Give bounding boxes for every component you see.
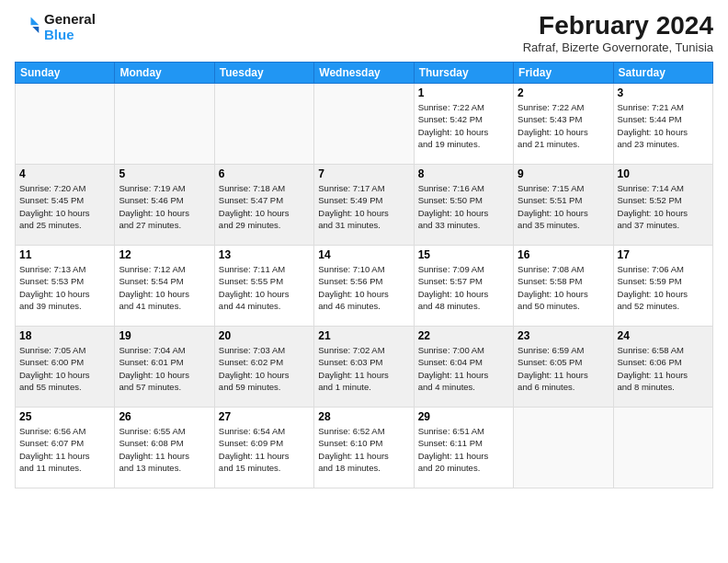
day-number: 1 bbox=[418, 86, 509, 99]
day-number: 17 bbox=[618, 248, 709, 261]
calendar-day bbox=[314, 84, 414, 165]
svg-marker-0 bbox=[31, 17, 40, 26]
calendar-day: 21Sunrise: 7:02 AM Sunset: 6:03 PM Dayli… bbox=[314, 327, 414, 408]
calendar-day: 11Sunrise: 7:13 AM Sunset: 5:53 PM Dayli… bbox=[16, 246, 115, 327]
day-info: Sunrise: 7:03 AM Sunset: 6:02 PM Dayligh… bbox=[219, 344, 310, 393]
calendar-day bbox=[214, 84, 313, 165]
day-info: Sunrise: 7:05 AM Sunset: 6:00 PM Dayligh… bbox=[19, 344, 110, 393]
calendar-day: 7Sunrise: 7:17 AM Sunset: 5:49 PM Daylig… bbox=[314, 165, 414, 246]
weekday-header: Wednesday bbox=[314, 63, 414, 84]
day-info: Sunrise: 7:20 AM Sunset: 5:45 PM Dayligh… bbox=[19, 182, 110, 231]
day-info: Sunrise: 7:11 AM Sunset: 5:55 PM Dayligh… bbox=[219, 263, 310, 312]
header: General Blue February 2024 Rafraf, Bizer… bbox=[15, 11, 713, 54]
day-info: Sunrise: 7:22 AM Sunset: 5:42 PM Dayligh… bbox=[418, 101, 509, 150]
day-number: 9 bbox=[518, 167, 609, 180]
day-info: Sunrise: 6:54 AM Sunset: 6:09 PM Dayligh… bbox=[219, 425, 310, 474]
day-number: 20 bbox=[219, 329, 310, 342]
calendar-day bbox=[514, 408, 613, 488]
day-number: 23 bbox=[518, 329, 609, 342]
calendar-day: 12Sunrise: 7:12 AM Sunset: 5:54 PM Dayli… bbox=[115, 246, 214, 327]
title-block: February 2024 Rafraf, Bizerte Governorat… bbox=[523, 11, 713, 54]
day-info: Sunrise: 7:15 AM Sunset: 5:51 PM Dayligh… bbox=[518, 182, 609, 231]
calendar-week-row: 1Sunrise: 7:22 AM Sunset: 5:42 PM Daylig… bbox=[16, 84, 713, 165]
calendar-day: 18Sunrise: 7:05 AM Sunset: 6:00 PM Dayli… bbox=[16, 327, 115, 408]
day-number: 6 bbox=[219, 167, 310, 180]
day-number: 14 bbox=[318, 248, 409, 261]
weekday-header: Monday bbox=[115, 63, 214, 84]
calendar-day: 10Sunrise: 7:14 AM Sunset: 5:52 PM Dayli… bbox=[613, 165, 712, 246]
calendar-day bbox=[613, 408, 712, 488]
day-number: 16 bbox=[518, 248, 609, 261]
day-number: 13 bbox=[219, 248, 310, 261]
day-number: 19 bbox=[119, 329, 210, 342]
calendar-day: 19Sunrise: 7:04 AM Sunset: 6:01 PM Dayli… bbox=[115, 327, 214, 408]
logo-icon bbox=[15, 14, 40, 40]
day-number: 7 bbox=[318, 167, 409, 180]
day-info: Sunrise: 7:02 AM Sunset: 6:03 PM Dayligh… bbox=[318, 344, 409, 393]
calendar-day: 28Sunrise: 6:52 AM Sunset: 6:10 PM Dayli… bbox=[314, 408, 414, 488]
day-number: 27 bbox=[219, 410, 310, 423]
day-info: Sunrise: 6:55 AM Sunset: 6:08 PM Dayligh… bbox=[119, 425, 210, 474]
day-info: Sunrise: 7:09 AM Sunset: 5:57 PM Dayligh… bbox=[418, 263, 509, 312]
weekday-header: Tuesday bbox=[214, 63, 313, 84]
day-info: Sunrise: 7:21 AM Sunset: 5:44 PM Dayligh… bbox=[618, 101, 709, 150]
calendar-week-row: 4Sunrise: 7:20 AM Sunset: 5:45 PM Daylig… bbox=[16, 165, 713, 246]
calendar-day: 8Sunrise: 7:16 AM Sunset: 5:50 PM Daylig… bbox=[414, 165, 513, 246]
calendar-day: 20Sunrise: 7:03 AM Sunset: 6:02 PM Dayli… bbox=[214, 327, 313, 408]
calendar-day: 24Sunrise: 6:58 AM Sunset: 6:06 PM Dayli… bbox=[613, 327, 712, 408]
weekday-header: Saturday bbox=[613, 63, 712, 84]
day-number: 15 bbox=[418, 248, 509, 261]
calendar-day: 15Sunrise: 7:09 AM Sunset: 5:57 PM Dayli… bbox=[414, 246, 513, 327]
calendar-day: 23Sunrise: 6:59 AM Sunset: 6:05 PM Dayli… bbox=[514, 327, 613, 408]
calendar-day: 3Sunrise: 7:21 AM Sunset: 5:44 PM Daylig… bbox=[613, 84, 712, 165]
weekday-header: Friday bbox=[514, 63, 613, 84]
main-title: February 2024 bbox=[523, 11, 713, 40]
day-number: 26 bbox=[119, 410, 210, 423]
day-info: Sunrise: 6:58 AM Sunset: 6:06 PM Dayligh… bbox=[618, 344, 709, 393]
calendar-day: 6Sunrise: 7:18 AM Sunset: 5:47 PM Daylig… bbox=[214, 165, 313, 246]
day-info: Sunrise: 6:59 AM Sunset: 6:05 PM Dayligh… bbox=[518, 344, 609, 393]
logo-text: General Blue bbox=[44, 11, 96, 42]
day-info: Sunrise: 7:16 AM Sunset: 5:50 PM Dayligh… bbox=[418, 182, 509, 231]
day-info: Sunrise: 7:19 AM Sunset: 5:46 PM Dayligh… bbox=[119, 182, 210, 231]
weekday-header: Sunday bbox=[16, 63, 115, 84]
calendar: SundayMondayTuesdayWednesdayThursdayFrid… bbox=[15, 62, 713, 488]
calendar-week-row: 18Sunrise: 7:05 AM Sunset: 6:00 PM Dayli… bbox=[16, 327, 713, 408]
day-number: 21 bbox=[318, 329, 409, 342]
calendar-day: 27Sunrise: 6:54 AM Sunset: 6:09 PM Dayli… bbox=[214, 408, 313, 488]
page: General Blue February 2024 Rafraf, Bizer… bbox=[0, 0, 728, 563]
day-info: Sunrise: 7:18 AM Sunset: 5:47 PM Dayligh… bbox=[219, 182, 310, 231]
calendar-day: 16Sunrise: 7:08 AM Sunset: 5:58 PM Dayli… bbox=[514, 246, 613, 327]
subtitle: Rafraf, Bizerte Governorate, Tunisia bbox=[523, 40, 713, 54]
weekday-header-row: SundayMondayTuesdayWednesdayThursdayFrid… bbox=[16, 63, 713, 84]
svg-marker-1 bbox=[32, 27, 39, 33]
calendar-day: 1Sunrise: 7:22 AM Sunset: 5:42 PM Daylig… bbox=[414, 84, 513, 165]
day-number: 5 bbox=[119, 167, 210, 180]
day-number: 11 bbox=[19, 248, 110, 261]
day-number: 2 bbox=[518, 86, 609, 99]
day-number: 10 bbox=[618, 167, 709, 180]
calendar-day bbox=[115, 84, 214, 165]
day-info: Sunrise: 7:13 AM Sunset: 5:53 PM Dayligh… bbox=[19, 263, 110, 312]
calendar-day: 9Sunrise: 7:15 AM Sunset: 5:51 PM Daylig… bbox=[514, 165, 613, 246]
calendar-day: 13Sunrise: 7:11 AM Sunset: 5:55 PM Dayli… bbox=[214, 246, 313, 327]
day-number: 18 bbox=[19, 329, 110, 342]
calendar-day: 14Sunrise: 7:10 AM Sunset: 5:56 PM Dayli… bbox=[314, 246, 414, 327]
day-info: Sunrise: 6:52 AM Sunset: 6:10 PM Dayligh… bbox=[318, 425, 409, 474]
calendar-week-row: 25Sunrise: 6:56 AM Sunset: 6:07 PM Dayli… bbox=[16, 408, 713, 488]
calendar-day: 4Sunrise: 7:20 AM Sunset: 5:45 PM Daylig… bbox=[16, 165, 115, 246]
weekday-header: Thursday bbox=[414, 63, 513, 84]
day-info: Sunrise: 7:10 AM Sunset: 5:56 PM Dayligh… bbox=[318, 263, 409, 312]
day-number: 29 bbox=[418, 410, 509, 423]
day-number: 3 bbox=[618, 86, 709, 99]
day-info: Sunrise: 7:14 AM Sunset: 5:52 PM Dayligh… bbox=[618, 182, 709, 231]
day-info: Sunrise: 7:06 AM Sunset: 5:59 PM Dayligh… bbox=[618, 263, 709, 312]
calendar-day: 22Sunrise: 7:00 AM Sunset: 6:04 PM Dayli… bbox=[414, 327, 513, 408]
day-info: Sunrise: 7:12 AM Sunset: 5:54 PM Dayligh… bbox=[119, 263, 210, 312]
day-number: 25 bbox=[19, 410, 110, 423]
day-number: 22 bbox=[418, 329, 509, 342]
day-info: Sunrise: 7:00 AM Sunset: 6:04 PM Dayligh… bbox=[418, 344, 509, 393]
day-number: 24 bbox=[618, 329, 709, 342]
day-info: Sunrise: 7:08 AM Sunset: 5:58 PM Dayligh… bbox=[518, 263, 609, 312]
calendar-day: 2Sunrise: 7:22 AM Sunset: 5:43 PM Daylig… bbox=[514, 84, 613, 165]
